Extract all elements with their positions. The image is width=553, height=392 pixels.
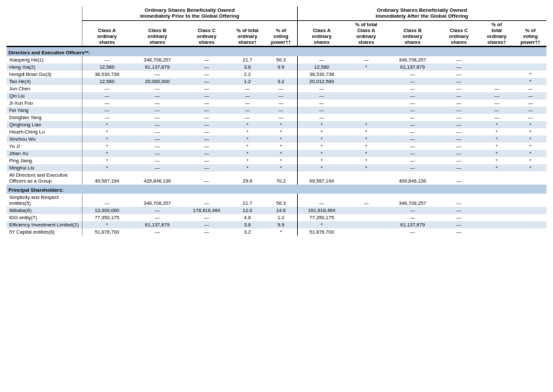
cell-before-b_pct_total: 12.0 bbox=[230, 207, 265, 214]
cell-before-b_classB: — bbox=[131, 114, 183, 121]
cell-before-b_pct_total: 21.7 bbox=[230, 194, 265, 207]
row-name: Qinghong Liao bbox=[7, 121, 82, 128]
cell-after-a_pct_classA bbox=[346, 214, 387, 221]
cell-after-a_pct_vote: * bbox=[514, 128, 546, 135]
cell-before-b_pct_total: * bbox=[230, 121, 265, 128]
cell-after-a_classA: * bbox=[297, 164, 346, 171]
cell-after-a_pct_classA bbox=[346, 221, 387, 228]
table-row: Heng Xia(2)12,58061,137,879—3.89.912,580… bbox=[7, 63, 546, 71]
cell-before-b_pct_vote: 3.2 bbox=[265, 78, 297, 85]
table-row: Ji-Xun Foo—————————— bbox=[7, 99, 546, 107]
cell-before-b_classB: 61,137,879 bbox=[131, 221, 183, 228]
cell-before-b_classC: — bbox=[183, 194, 230, 207]
col-after-pct-vote: % ofvotingpower†† bbox=[514, 21, 546, 47]
cell-after-a_pct_total bbox=[479, 194, 514, 207]
cell-before-b_classC: — bbox=[183, 107, 230, 114]
cell-before-b_pct_total: — bbox=[230, 107, 265, 114]
cell-before-b_pct_vote: — bbox=[265, 99, 297, 107]
cell-after-a_pct_vote: — bbox=[514, 114, 546, 121]
row-name: Alibaba(6) bbox=[7, 207, 82, 214]
cell-after-a_classA: 77,350,175 bbox=[297, 214, 346, 221]
cell-after-a_classB: — bbox=[386, 128, 438, 135]
cell-before-b_classA: * bbox=[82, 221, 132, 228]
cell-after-a_pct_total bbox=[479, 221, 514, 228]
cell-before-b_classA: 12,580 bbox=[82, 78, 132, 85]
cell-after-a_pct_classA: * bbox=[346, 164, 387, 171]
col-before-pct-vote: % ofvotingpower†† bbox=[265, 21, 297, 47]
cell-after-a_classC: — bbox=[438, 56, 479, 63]
cell-after-a_pct_total: * bbox=[479, 150, 514, 157]
cell-after-a_pct_vote bbox=[514, 171, 546, 185]
cell-before-b_classB: 20,000,000 bbox=[131, 78, 183, 85]
cell-after-a_pct_vote bbox=[514, 194, 546, 207]
row-name: Heng Xia(2) bbox=[7, 63, 82, 71]
cell-before-b_classA: — bbox=[82, 114, 132, 121]
cell-after-a_classB: — bbox=[386, 143, 438, 150]
cell-after-a_pct_total: * bbox=[479, 164, 514, 171]
cell-after-a_classB: — bbox=[386, 157, 438, 164]
cell-after-a_classC: — bbox=[438, 121, 479, 128]
cell-before-b_classC: — bbox=[183, 221, 230, 228]
cell-before-b_pct_vote: 9.9 bbox=[265, 63, 297, 71]
cell-before-b_classC: — bbox=[183, 78, 230, 85]
cell-after-a_classC: — bbox=[438, 135, 479, 143]
table-row: Tao He(4)12,58020,000,000—1.23.220,012,5… bbox=[7, 78, 546, 85]
cell-after-a_classA: * bbox=[297, 221, 346, 228]
cell-before-b_pct_total: 3.8 bbox=[230, 221, 265, 228]
cell-before-b_pct_vote: * bbox=[265, 121, 297, 128]
cell-after-a_pct_total bbox=[479, 56, 514, 63]
cell-after-a_pct_total: — bbox=[479, 114, 514, 121]
col-before-pct-total: % of totalordinaryshares† bbox=[230, 21, 265, 47]
cell-before-b_classA: 51,876,700 bbox=[82, 228, 132, 236]
cell-before-b_classA: 38,530,738 bbox=[82, 71, 132, 78]
cell-after-a_classC: — bbox=[438, 128, 479, 135]
cell-before-b_pct_vote: * bbox=[265, 150, 297, 157]
cell-after-a_pct_total: * bbox=[479, 143, 514, 150]
cell-before-b_classB: — bbox=[131, 214, 183, 221]
cell-before-b_classA: 49,587,194 bbox=[82, 171, 132, 185]
cell-before-b_classB: — bbox=[131, 228, 183, 236]
table-row: Hongdi Brian Gu(3)38,530,738——2.238,530,… bbox=[7, 71, 546, 78]
cell-after-a_pct_classA: * bbox=[346, 128, 387, 135]
after-group-header: Ordinary Shares Beneficially OwnedImmedi… bbox=[297, 7, 546, 21]
cell-after-a_classB: — bbox=[386, 92, 438, 99]
row-name: Qin Liu bbox=[7, 92, 82, 99]
cell-after-a_classB: — bbox=[386, 135, 438, 143]
cell-after-a_classC: — bbox=[438, 171, 479, 185]
cell-before-b_classB: 61,137,879 bbox=[131, 63, 183, 71]
row-name: Hongdi Brian Gu(3) bbox=[7, 71, 82, 78]
cell-after-a_classC: — bbox=[438, 143, 479, 150]
cell-after-a_pct_total bbox=[479, 63, 514, 71]
cell-after-a_pct_vote: * bbox=[514, 143, 546, 150]
cell-after-a_classB: — bbox=[386, 150, 438, 157]
cell-before-b_classA: * bbox=[82, 150, 132, 157]
cell-after-a_pct_classA bbox=[346, 78, 387, 85]
cell-after-a_pct_total: * bbox=[479, 157, 514, 164]
cell-after-a_pct_vote bbox=[514, 221, 546, 228]
row-name: Xiaopeng He(1) bbox=[7, 56, 82, 63]
table-row: Donghao Yang—————————— bbox=[7, 114, 546, 121]
cell-after-a_classC: — bbox=[438, 221, 479, 228]
cell-after-a_pct_total bbox=[479, 78, 514, 85]
cell-before-b_classA: 77,350,175 bbox=[82, 214, 132, 221]
cell-after-a_classB: 409,846,136 bbox=[386, 171, 438, 185]
cell-after-a_classA: 191,918,464 bbox=[297, 207, 346, 214]
cell-before-b_pct_vote: * bbox=[265, 128, 297, 135]
cell-before-b_pct_vote: — bbox=[265, 85, 297, 92]
cell-after-a_classB: — bbox=[386, 85, 438, 92]
cell-after-a_pct_total: — bbox=[479, 99, 514, 107]
cell-before-b_pct_total: * bbox=[230, 128, 265, 135]
cell-after-a_pct_classA bbox=[346, 107, 387, 114]
row-name: Jihan Xu bbox=[7, 150, 82, 157]
cell-after-a_pct_classA bbox=[346, 171, 387, 185]
table-row: Hsueh-Ching Lu*——****——** bbox=[7, 128, 546, 135]
cell-before-b_pct_vote: 70.2 bbox=[265, 171, 297, 185]
cell-after-a_classC: — bbox=[438, 78, 479, 85]
cell-after-a_pct_classA bbox=[346, 99, 387, 107]
cell-before-b_classC: — bbox=[183, 171, 230, 185]
cell-after-a_pct_total bbox=[479, 207, 514, 214]
cell-after-a_classA: 69,587,194 bbox=[297, 171, 346, 185]
cell-after-a_pct_total bbox=[479, 228, 514, 236]
cell-after-a_classA: * bbox=[297, 150, 346, 157]
row-name: Tao He(4) bbox=[7, 78, 82, 85]
